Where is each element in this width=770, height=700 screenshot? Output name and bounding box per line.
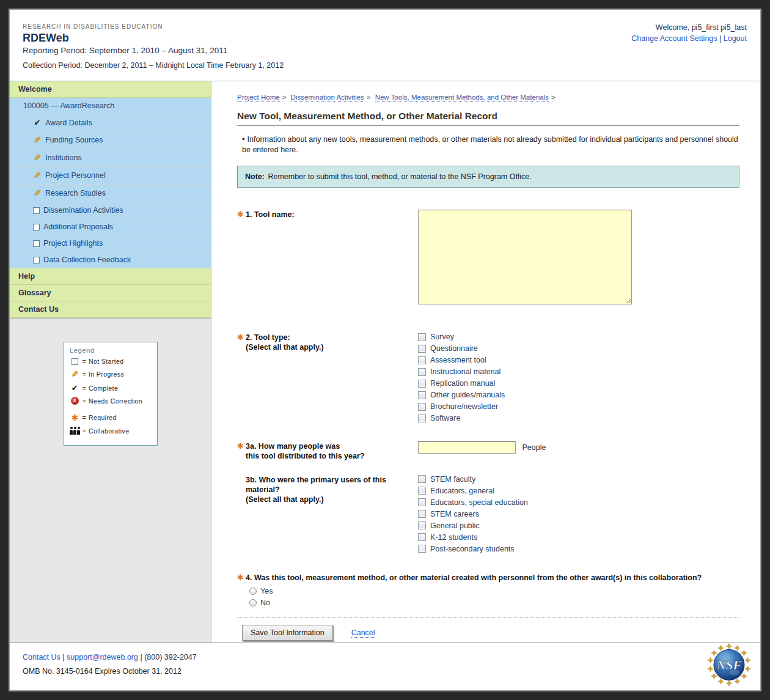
tool-type-checkbox[interactable] xyxy=(418,333,426,341)
sidebar-item[interactable]: Funding Sources xyxy=(10,131,211,149)
sidebar-item-label: Additional Proposals xyxy=(43,223,113,231)
radio-option[interactable]: Yes xyxy=(249,587,739,595)
q1-label: 1. Tool name: xyxy=(246,210,295,307)
people-count-input[interactable] xyxy=(418,441,516,454)
checkbox-label: K-12 students xyxy=(430,533,477,542)
collection-period: Collection Period: December 2, 2011 – Mi… xyxy=(23,61,748,70)
sidebar-item-label: Award Details xyxy=(45,119,92,127)
collaboration-radio[interactable] xyxy=(249,599,257,606)
tool-type-checkbox[interactable] xyxy=(418,356,426,364)
in-progress-icon xyxy=(33,135,42,145)
breadcrumb-link[interactable]: New Tools, Measurement Methods, and Othe… xyxy=(375,94,549,101)
checkbox-option[interactable]: Brochure/newsletter xyxy=(418,402,739,411)
primary-user-checkbox[interactable] xyxy=(418,533,426,541)
primary-user-checkbox[interactable] xyxy=(418,545,426,553)
breadcrumb-separator: > xyxy=(551,94,556,101)
primary-user-checkbox[interactable] xyxy=(418,475,426,483)
checkbox-option[interactable]: Other guides/manuals xyxy=(418,391,739,399)
logout-link[interactable]: Logout xyxy=(724,34,747,43)
checkbox-option[interactable]: K-12 students xyxy=(418,533,739,542)
sidebar-item[interactable]: Research Studies xyxy=(10,185,211,202)
checkbox-label: Educators, special education xyxy=(430,498,528,507)
sidebar-item[interactable]: Project Personnel xyxy=(10,167,211,185)
equals-sign: = xyxy=(80,414,89,421)
in-progress-icon xyxy=(33,153,42,163)
in-progress-icon xyxy=(33,188,42,198)
legend-label: Required xyxy=(89,414,117,421)
checkbox-option[interactable]: STEM careers xyxy=(418,510,739,518)
q3b-label: 3b. Who were the primary users of this m… xyxy=(246,476,386,494)
sidebar-item-contact-us[interactable]: Contact Us xyxy=(10,301,211,318)
tool-type-checkbox[interactable] xyxy=(418,414,426,422)
legend-label: In Progress xyxy=(89,370,124,378)
checkbox-option[interactable]: Replication manual xyxy=(418,379,739,388)
footer-contact-link[interactable]: Contact Us xyxy=(23,653,61,661)
footer-separator: | xyxy=(140,653,142,661)
tool-type-checkbox[interactable] xyxy=(418,403,426,411)
equals-sign: = xyxy=(80,385,89,392)
not-started-icon xyxy=(72,358,78,365)
sidebar-item-label: Project Personnel xyxy=(45,171,106,180)
required-asterisk-icon: ✱ xyxy=(237,441,246,462)
sidebar-item[interactable]: Award Details xyxy=(10,114,211,131)
primary-user-checkbox[interactable] xyxy=(418,521,426,529)
checkbox-option[interactable]: Educators, special education xyxy=(418,498,739,507)
change-account-settings-link[interactable]: Change Account Settings xyxy=(631,34,717,43)
link-separator: | xyxy=(719,34,721,43)
note-text: Remember to submit this tool, method, or… xyxy=(268,172,531,181)
tool-type-checkbox[interactable] xyxy=(418,391,426,399)
checkbox-label: Replication manual xyxy=(430,379,495,388)
tool-name-textarea[interactable] xyxy=(418,210,632,304)
not-started-icon xyxy=(33,224,40,230)
sidebar-item[interactable]: Additional Proposals xyxy=(10,219,211,235)
checkbox-option[interactable]: Survey xyxy=(418,333,739,341)
checkbox-option[interactable]: Assessment tool xyxy=(418,356,739,364)
tool-type-checkbox[interactable] xyxy=(418,345,426,353)
q4-options: Yes No xyxy=(237,587,739,607)
primary-user-checkbox[interactable] xyxy=(418,487,426,495)
not-started-icon xyxy=(33,257,40,263)
sidebar-item[interactable]: Institutions xyxy=(10,149,211,167)
radio-label: Yes xyxy=(260,587,273,595)
omb-number: OMB No. 3145-0164 Expires October 31, 20… xyxy=(23,667,760,676)
sidebar-item[interactable]: Dissemination Activities xyxy=(10,202,211,219)
checkbox-option[interactable]: Educators, general xyxy=(418,487,739,495)
tool-type-checkbox[interactable] xyxy=(418,380,426,388)
sidebar-item-label: Data Collection Feedback xyxy=(43,256,131,264)
checkbox-option[interactable]: General public xyxy=(418,521,739,530)
primary-user-checkbox[interactable] xyxy=(418,510,426,518)
not-started-icon xyxy=(33,207,40,214)
sidebar-item[interactable]: Project Highlights xyxy=(10,235,211,252)
breadcrumb: Project Home> Dissemination Activities> … xyxy=(237,94,739,101)
footer-email-link[interactable]: support@rdeweb.org xyxy=(67,653,138,661)
checkbox-label: STEM faculty xyxy=(430,475,475,484)
breadcrumb-link[interactable]: Project Home xyxy=(237,94,280,101)
q2-label: 2. Tool type: xyxy=(246,333,290,342)
sidebar-item-help[interactable]: Help xyxy=(10,268,211,285)
checkbox-option[interactable]: STEM faculty xyxy=(418,475,739,484)
save-tool-button[interactable]: Save Tool Information xyxy=(242,625,333,641)
sidebar-item-glossary[interactable]: Glossary xyxy=(10,285,211,301)
radio-option[interactable]: No xyxy=(249,599,739,607)
sidebar-item-award[interactable]: 100005 — AwardResearch xyxy=(10,98,211,114)
reporting-period: Reporting Period: September 1, 2010 – Au… xyxy=(23,46,748,55)
checkbox-option[interactable]: Post-secondary students xyxy=(418,545,739,553)
checkbox-option[interactable]: Software xyxy=(418,414,739,422)
sidebar-item-label: Research Studies xyxy=(45,189,106,197)
divider xyxy=(237,617,739,617)
sidebar-item-welcome[interactable]: Welcome xyxy=(10,81,211,98)
required-asterisk-icon: ✱ xyxy=(70,413,80,422)
tool-type-checkbox[interactable] xyxy=(418,368,426,376)
sidebar-item[interactable]: Data Collection Feedback xyxy=(10,252,211,268)
breadcrumb-separator: > xyxy=(367,94,371,101)
checkbox-label: Survey xyxy=(430,333,454,341)
primary-user-checkbox[interactable] xyxy=(418,498,426,506)
radio-label: No xyxy=(260,599,270,607)
checkbox-option[interactable]: Questionnaire xyxy=(418,344,739,353)
main-content: Project Home> Dissemination Activities> … xyxy=(211,81,760,643)
checkbox-option[interactable]: Instructional material xyxy=(418,367,739,376)
cancel-link[interactable]: Cancel xyxy=(351,628,375,638)
breadcrumb-link[interactable]: Dissemination Activities xyxy=(291,94,364,101)
collaboration-radio[interactable] xyxy=(249,588,257,595)
required-asterisk-icon: ✱ xyxy=(237,210,246,307)
